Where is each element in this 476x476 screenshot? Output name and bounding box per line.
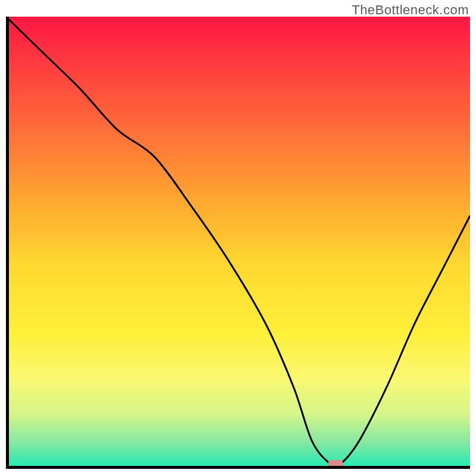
- bottleneck-curve: [6, 17, 470, 467]
- y-axis: [6, 17, 9, 469]
- plot-area: [6, 17, 470, 469]
- x-axis: [6, 466, 470, 469]
- watermark-text: TheBottleneck.com: [352, 2, 469, 18]
- bottleneck-chart: TheBottleneck.com: [0, 0, 476, 476]
- curve-layer: [6, 17, 470, 469]
